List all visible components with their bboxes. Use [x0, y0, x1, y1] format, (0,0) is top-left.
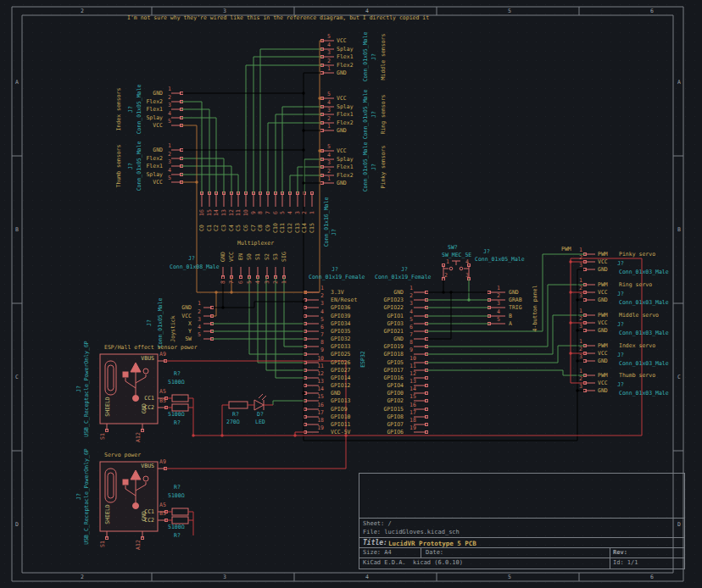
component-value[interactable]: Conn_01x08_Male — [170, 264, 220, 270]
component-ref[interactable]: J? — [617, 322, 624, 328]
component-value[interactable]: Conn_01x19_Female — [309, 275, 365, 280]
component-value[interactable]: Conn_01x03_Male — [619, 361, 669, 367]
component-value[interactable]: Conn_01x05_Male — [475, 257, 525, 263]
component-value[interactable]: Conn_01x16_Male — [324, 197, 330, 247]
component-value[interactable]: Conn_01x05_Male — [136, 85, 142, 135]
component-title[interactable]: 4-button panel — [532, 286, 538, 332]
component-title[interactable]: Ring sensors — [381, 95, 387, 135]
component-title[interactable]: Joystick — [170, 315, 176, 341]
net-label[interactable]: S3 — [273, 253, 279, 260]
component-value[interactable]: Conn_01x05_Male — [363, 142, 369, 192]
net-label[interactable]: C7 — [251, 225, 257, 231]
component-value[interactable]: 270Ω — [226, 419, 240, 425]
component-title[interactable]: Thumb servo — [619, 373, 655, 379]
net-label[interactable]: S2 — [265, 253, 270, 260]
component-ref[interactable]: J? — [371, 53, 377, 60]
component-ref[interactable]: D? — [257, 412, 264, 418]
component-title[interactable]: Ring servo — [619, 282, 652, 288]
component-title[interactable]: Servo power — [104, 452, 141, 458]
component-value[interactable]: Conn_01x19_Female — [375, 275, 432, 280]
net-label[interactable]: C4 — [229, 225, 235, 231]
component-value[interactable]: LED — [255, 419, 265, 425]
component-ref[interactable]: J? — [76, 493, 82, 500]
component-value[interactable]: 5100Ω — [168, 493, 185, 499]
schematic-sheet[interactable]: 2233445566AABBCCDDI'm not sure why they'… — [0, 0, 702, 588]
pin-name: GRAB — [509, 297, 522, 303]
component-value[interactable]: 5100Ω — [168, 524, 185, 530]
net-label[interactable]: C11 — [280, 223, 286, 233]
net-label[interactable]: C2 — [214, 225, 220, 231]
component-ref[interactable]: J? — [332, 267, 338, 273]
net-label[interactable]: S1 — [255, 253, 261, 260]
component-ref[interactable]: J? — [147, 319, 153, 326]
pin-name: GND — [598, 358, 608, 364]
net-label[interactable]: C8 — [258, 225, 264, 231]
component-title[interactable]: Middle servo — [619, 313, 659, 319]
net-label[interactable]: GND — [220, 252, 226, 262]
pin-name: VBUS — [119, 356, 154, 362]
net-label[interactable]: C10 — [273, 223, 279, 233]
component-ref[interactable]: J? — [617, 261, 624, 267]
net-label[interactable]: VCC — [229, 252, 235, 262]
net-label[interactable]: C1 — [207, 225, 213, 231]
net-label[interactable]: EN — [238, 253, 244, 260]
component-ref[interactable]: R? — [232, 412, 239, 418]
component-value[interactable]: Conn_01x03_Male — [619, 391, 669, 397]
component-value[interactable]: USB_C_Receptacle_PowerOnly_6P — [84, 341, 90, 437]
schematic-note[interactable]: I'm not sure why they're wired like this… — [127, 15, 429, 21]
pin-number: 2 — [164, 95, 171, 101]
component-title[interactable]: ESP32 — [360, 351, 366, 368]
component-value[interactable]: Conn_01x05_Male — [363, 90, 369, 140]
net-label[interactable]: C12 — [287, 223, 293, 233]
component-value[interactable]: Conn_01x05_Male — [158, 298, 164, 348]
component-ref[interactable]: SW? — [448, 245, 458, 251]
component-title[interactable]: Multiplexer — [237, 241, 274, 247]
component-value[interactable]: Conn_01x03_Male — [619, 300, 669, 306]
component-ref[interactable]: J? — [617, 352, 624, 358]
component-ref[interactable]: R? — [174, 485, 181, 491]
component-value[interactable]: Conn_01x03_Male — [619, 269, 669, 275]
component-ref[interactable]: J? — [371, 111, 377, 118]
pin-number: 2 — [193, 309, 201, 315]
component-value[interactable]: USB_C_Receptacle_PowerOnly_6P — [84, 448, 90, 545]
component-title[interactable]: Middle sensors — [381, 34, 387, 80]
component-ref[interactable]: J? — [617, 291, 624, 297]
component-title[interactable]: Pinky servo — [619, 252, 655, 258]
net-label[interactable]: C0 — [199, 225, 205, 231]
component-value[interactable]: SW_MEC_5E — [442, 252, 471, 258]
component-ref[interactable]: J? — [483, 249, 490, 255]
component-title[interactable]: Index sensors — [116, 88, 122, 131]
component-ref[interactable]: R? — [174, 533, 181, 539]
component-ref[interactable]: J? — [76, 386, 82, 392]
net-label[interactable]: SIG — [281, 252, 287, 262]
pin-number: 1 — [323, 66, 331, 72]
component-title[interactable]: Pinky sensors — [381, 146, 387, 189]
component-title[interactable]: ESP/Hall effect sensor power — [104, 345, 198, 351]
net-label[interactable]: C3 — [221, 225, 227, 231]
component-ref[interactable]: R? — [174, 371, 181, 377]
net-label[interactable]: C6 — [243, 225, 249, 231]
component-value[interactable]: 5100Ω — [168, 412, 185, 418]
component-ref[interactable]: J? — [401, 267, 408, 273]
net-label[interactable]: C15 — [309, 223, 315, 233]
component-ref[interactable]: J? — [128, 163, 134, 169]
component-ref[interactable]: J? — [371, 164, 377, 170]
component-value[interactable]: Conn_01x03_Male — [619, 330, 669, 336]
net-label[interactable]: PWM — [561, 247, 571, 252]
component-value[interactable]: 5100Ω — [168, 380, 185, 386]
component-title[interactable]: Index servo — [619, 343, 655, 349]
component-ref[interactable]: J? — [188, 256, 195, 262]
component-ref[interactable]: J? — [128, 106, 134, 113]
component-ref[interactable]: J? — [617, 382, 624, 388]
pin-number: 5 — [312, 317, 324, 323]
component-ref[interactable]: J? — [332, 229, 337, 236]
net-label[interactable]: C9 — [265, 225, 271, 231]
component-value[interactable]: Conn_01x05_Male — [363, 32, 369, 82]
net-label[interactable]: C5 — [236, 225, 242, 231]
net-label[interactable]: S0 — [247, 253, 253, 260]
component-value[interactable]: Conn_01x05_Male — [136, 141, 142, 191]
net-label[interactable]: C13 — [295, 223, 301, 233]
component-ref[interactable]: R? — [174, 420, 181, 426]
net-label[interactable]: C14 — [302, 223, 308, 233]
component-title[interactable]: Thumb sensors — [116, 145, 122, 188]
